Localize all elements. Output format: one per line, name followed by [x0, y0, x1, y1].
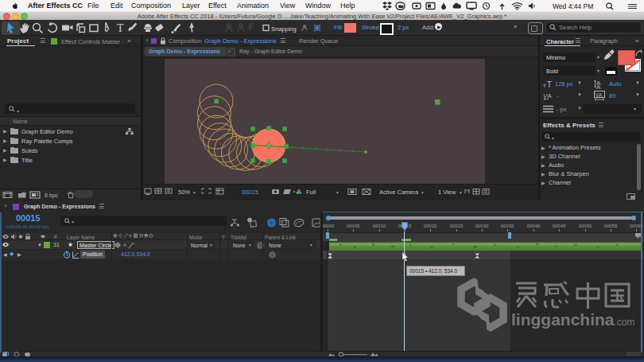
svg-text:▾: ▾ [460, 190, 462, 195]
svg-text:1 View: 1 View [438, 189, 456, 196]
svg-text:Full: Full [306, 189, 316, 196]
svg-text:т: т [543, 82, 546, 88]
svg-text:▾: ▾ [421, 190, 424, 195]
svg-text:T: T [547, 80, 553, 88]
svg-text:8 bpc: 8 bpc [45, 193, 59, 199]
svg-text:VA: VA [596, 92, 603, 98]
svg-text:Snapping: Snapping [271, 25, 297, 33]
svg-text:▾: ▾ [336, 190, 339, 195]
svg-text:#: # [54, 234, 57, 239]
svg-text:A: A [596, 84, 601, 90]
svg-text:T: T [117, 22, 124, 34]
svg-text:A: A [548, 92, 553, 99]
svg-text:▾: ▾ [193, 190, 196, 195]
svg-text:00015: 00015 [242, 189, 258, 196]
svg-text:50%: 50% [178, 189, 190, 196]
svg-text:Active Camera: Active Camera [379, 189, 419, 196]
svg-text:fx: fx [129, 233, 132, 238]
